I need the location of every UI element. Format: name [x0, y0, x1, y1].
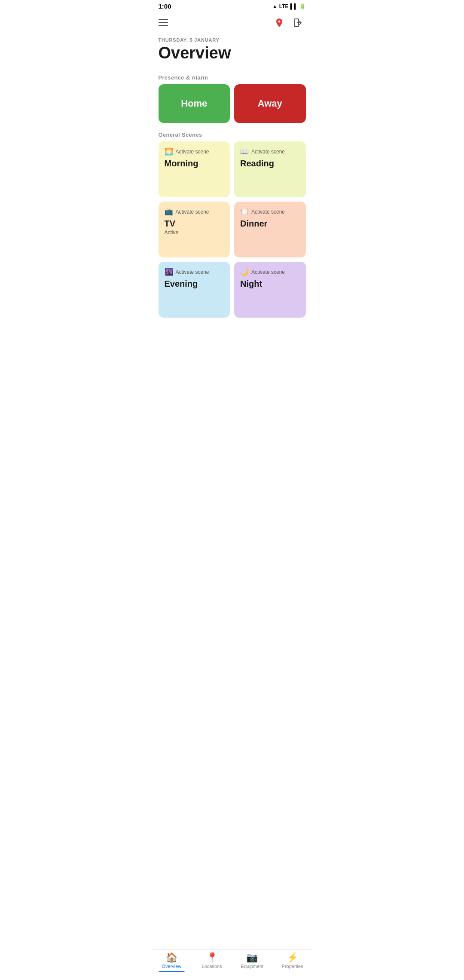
- reading-icon: 📖: [240, 148, 249, 155]
- signal-icon: ▌▌: [290, 3, 297, 9]
- scene-name-tv: TV: [165, 219, 224, 229]
- scene-activate-row: 🌆 Activate scene: [165, 269, 224, 276]
- home-button[interactable]: Home: [159, 84, 230, 123]
- scene-grid: 🌅 Activate scene Morning 📖 Activate scen…: [152, 141, 313, 318]
- scene-activate-label-dinner: Activate scene: [251, 209, 285, 215]
- status-time: 1:00: [159, 3, 171, 10]
- scene-name-night: Night: [240, 279, 300, 289]
- scene-activate-label-night: Activate scene: [251, 269, 285, 275]
- scene-name-evening: Evening: [165, 279, 224, 289]
- scene-status-tv: Active: [165, 230, 224, 236]
- hamburger-icon[interactable]: [159, 19, 168, 26]
- scene-activate-row: 📺 Activate scene: [165, 208, 224, 215]
- status-icons: ▲ LTE ▌▌ 🔋: [272, 3, 306, 9]
- scene-activate-row: 🌙 Activate scene: [240, 269, 300, 276]
- lte-label: LTE: [279, 3, 289, 9]
- battery-icon: 🔋: [299, 3, 306, 9]
- tv-icon: 📺: [165, 208, 173, 215]
- scenes-section-label: General Scenes: [152, 126, 313, 141]
- away-button[interactable]: Away: [234, 84, 306, 123]
- toolbar: [152, 12, 313, 34]
- scene-activate-row: 🌅 Activate scene: [165, 148, 224, 155]
- scene-card-reading[interactable]: 📖 Activate scene Reading: [234, 141, 306, 197]
- scene-name-morning: Morning: [165, 159, 224, 168]
- scene-activate-label-tv: Activate scene: [176, 209, 209, 215]
- status-bar: 1:00 ▲ LTE ▌▌ 🔋: [152, 0, 313, 12]
- scene-name-dinner: Dinner: [240, 219, 300, 229]
- location-pin-icon[interactable]: [272, 15, 287, 31]
- scene-activate-label-morning: Activate scene: [176, 149, 209, 155]
- page-title: Overview: [159, 44, 306, 62]
- scene-card-dinner[interactable]: 🍽️ Activate scene Dinner: [234, 202, 306, 257]
- presence-grid: Home Away: [152, 84, 313, 123]
- header: THURSDAY, 5 JANUARY Overview: [152, 34, 313, 69]
- date-label: THURSDAY, 5 JANUARY: [159, 37, 306, 43]
- main-content: THURSDAY, 5 JANUARY Overview Presence & …: [152, 34, 313, 360]
- wifi-icon: ▲: [272, 3, 278, 9]
- scene-name-reading: Reading: [240, 159, 300, 168]
- scene-activate-label-evening: Activate scene: [176, 269, 209, 275]
- scene-card-night[interactable]: 🌙 Activate scene Night: [234, 262, 306, 318]
- scene-card-morning[interactable]: 🌅 Activate scene Morning: [159, 141, 230, 197]
- toolbar-right: [272, 15, 306, 31]
- logout-icon[interactable]: [290, 15, 306, 31]
- presence-section-label: Presence & Alarm: [152, 69, 313, 84]
- scene-card-evening[interactable]: 🌆 Activate scene Evening: [159, 262, 230, 318]
- evening-icon: 🌆: [165, 269, 173, 276]
- dinner-icon: 🍽️: [240, 208, 249, 215]
- morning-icon: 🌅: [165, 148, 173, 155]
- scene-card-tv[interactable]: 📺 Activate scene TV Active: [159, 202, 230, 257]
- scene-activate-row: 📖 Activate scene: [240, 148, 300, 155]
- scene-activate-label-reading: Activate scene: [251, 149, 285, 155]
- night-icon: 🌙: [240, 269, 249, 276]
- scene-activate-row: 🍽️ Activate scene: [240, 208, 300, 215]
